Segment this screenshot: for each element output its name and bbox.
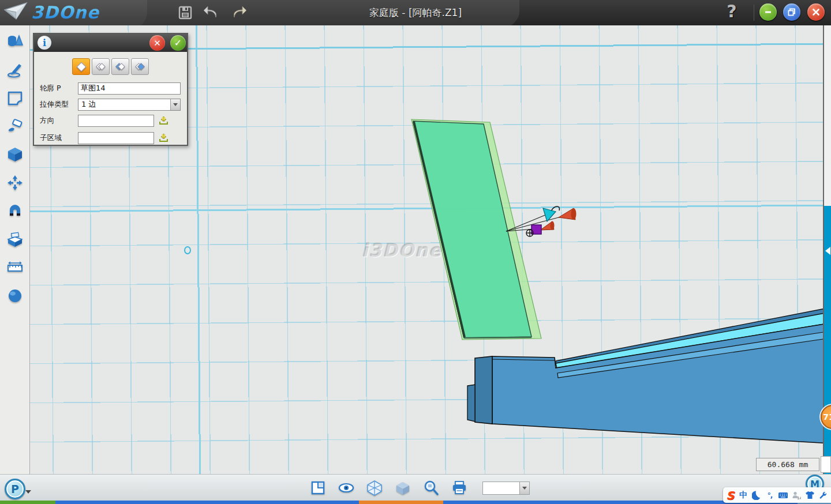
right-strip-top	[824, 25, 831, 206]
extrude-type-value: 1 边	[81, 99, 96, 110]
extrude-type-tabs	[72, 58, 149, 75]
eye-icon	[338, 481, 355, 495]
minimize-button[interactable]	[759, 3, 777, 21]
measure-button[interactable]	[3, 259, 27, 288]
svg-text:14: 14	[797, 495, 801, 500]
move-button[interactable]	[3, 175, 27, 203]
sketch-plane-button[interactable]	[3, 90, 27, 118]
shaded-view-button[interactable]	[394, 479, 411, 497]
soft-keyboard-icon[interactable]	[777, 489, 789, 502]
zoom-magnifier-icon	[423, 480, 439, 496]
titlebar: 3DOne	[0, 0, 831, 25]
feature-cube-button[interactable]	[3, 146, 27, 175]
direction-input[interactable]	[78, 115, 154, 127]
expand-panel-arrow-icon[interactable]	[825, 247, 830, 255]
dropdown-arrow-icon[interactable]	[170, 99, 180, 110]
view-layout-icon	[310, 480, 325, 495]
undo-icon	[203, 5, 220, 20]
zoom-button[interactable]	[422, 479, 440, 497]
shaded-cube-icon	[395, 480, 411, 496]
subregion-input[interactable]	[78, 132, 154, 144]
sogou-input-bar: S 中 °, 14	[723, 487, 831, 503]
tab-extrude-offset[interactable]	[131, 58, 149, 75]
profile-input[interactable]	[78, 82, 181, 95]
help-button[interactable]: ?	[723, 1, 741, 24]
ruler-icon	[6, 259, 24, 276]
left-toolbar	[0, 25, 30, 474]
settings-wrench-icon[interactable]	[817, 489, 829, 502]
extrude-type-row: 拉伸类型 1 边	[40, 98, 181, 111]
direction-pick-button[interactable]	[159, 116, 169, 126]
paper-plane-icon	[3, 2, 28, 22]
printer-icon	[451, 480, 467, 495]
app-window: 3DOne	[0, 0, 831, 504]
eraser-button[interactable]	[3, 118, 27, 146]
profile-mode-caret-icon[interactable]	[25, 490, 31, 494]
extrude-manipulators[interactable]	[506, 206, 577, 236]
subregion-row: 子区域	[40, 131, 169, 144]
tab-extrude-basic[interactable]	[72, 58, 90, 75]
print-button[interactable]	[451, 479, 468, 497]
snap-button[interactable]	[3, 203, 27, 231]
minimize-icon	[763, 7, 773, 17]
wireframe-cube-icon	[366, 480, 383, 496]
chinese-mode-icon[interactable]: 中	[738, 489, 749, 502]
sphere-icon	[6, 288, 24, 304]
taskbar-segment-green	[0, 501, 55, 504]
tab-extrude-both-sides[interactable]	[92, 58, 110, 75]
dialog-confirm-button[interactable]: ✓	[170, 35, 186, 51]
box-papers-icon	[6, 231, 24, 247]
taskbar-segment-orange	[359, 501, 443, 504]
skin-tshirt-icon[interactable]	[804, 489, 815, 502]
close-icon	[811, 7, 821, 17]
cube-icon	[6, 146, 24, 163]
close-button[interactable]	[807, 3, 825, 21]
pick-arrow-icon	[159, 133, 169, 143]
visibility-button[interactable]	[338, 479, 355, 497]
taskbar-segment-blue	[55, 501, 359, 504]
logo-text: 3DOne	[31, 2, 99, 22]
person-stats-icon[interactable]: 14	[791, 489, 802, 502]
save-button[interactable]	[176, 3, 194, 22]
plane-icon	[6, 90, 24, 106]
tab-extrude-add[interactable]	[111, 58, 129, 75]
punctuation-icon[interactable]: °,	[764, 489, 776, 502]
profile-mode-button[interactable]: P	[5, 479, 25, 499]
view-scale-dropdown[interactable]	[482, 482, 530, 495]
view-layout-button[interactable]	[309, 479, 327, 497]
sogou-logo-icon[interactable]: S	[724, 489, 736, 502]
diamond-icon	[76, 62, 86, 72]
dialog-header: i ✕ ✓	[34, 34, 187, 52]
extrude-type-dropdown[interactable]: 1 边	[78, 99, 181, 111]
undo-button[interactable]	[203, 3, 221, 22]
restore-button[interactable]	[783, 3, 800, 21]
right-strip-bottom[interactable]	[824, 206, 831, 474]
direction-label: 方向	[40, 116, 78, 126]
halfwidth-moon-icon[interactable]	[751, 489, 762, 502]
sketch-button[interactable]	[3, 62, 27, 90]
restore-icon	[787, 7, 796, 17]
assembly-button[interactable]	[3, 231, 27, 259]
dialog-cancel-button[interactable]: ✕	[149, 35, 165, 51]
subregion-label: 子区域	[40, 133, 78, 143]
titlebar-divider	[754, 5, 754, 21]
drag-handle-cyan-cone	[543, 208, 556, 221]
info-icon[interactable]: i	[38, 36, 51, 50]
redo-button[interactable]	[229, 3, 248, 22]
bottom-toolbar: P	[0, 474, 831, 501]
dimension-input-box[interactable]	[821, 456, 831, 473]
wireframe-view-button[interactable]	[366, 479, 383, 497]
direction-row: 方向	[40, 114, 169, 127]
material-button[interactable]	[3, 288, 27, 316]
dropdown-arrow-icon[interactable]	[519, 482, 529, 494]
move-arrows-icon	[6, 175, 24, 191]
extrusion-preview-shape[interactable]	[411, 119, 541, 340]
primitive-shapes-button[interactable]	[3, 33, 27, 62]
subregion-pick-button[interactable]	[159, 133, 169, 143]
redo-icon	[230, 5, 247, 20]
os-taskbar-strip	[0, 501, 831, 504]
red-cone-base	[571, 208, 577, 220]
dimension-readout: 60.668 mm	[756, 458, 819, 471]
extrude-dialog: i ✕ ✓ 轮廓 P 拉伸类型	[33, 33, 188, 146]
window-title: 家庭版 - [阿帕奇.Z1]	[0, 0, 831, 25]
